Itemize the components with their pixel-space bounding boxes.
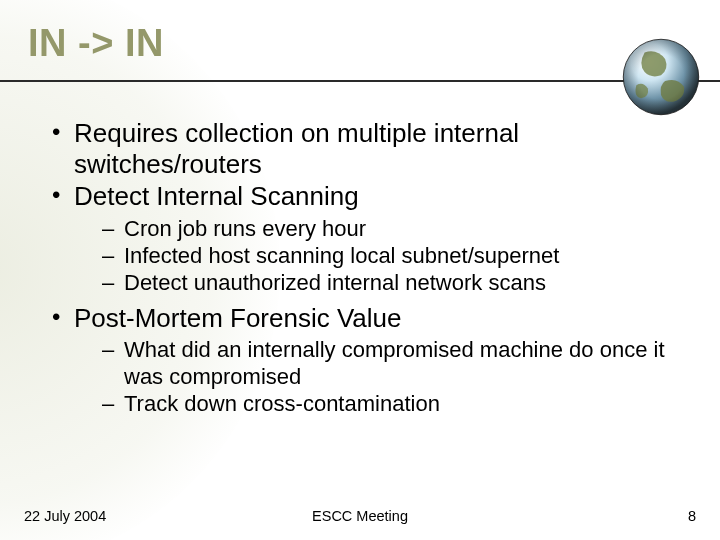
bullet-text: Post-Mortem Forensic Value <box>74 303 402 333</box>
sub-item: Cron job runs every hour <box>102 216 680 243</box>
bullet-item: Detect Internal Scanning Cron job runs e… <box>52 181 680 296</box>
bullet-item: Requires collection on multiple internal… <box>52 118 680 179</box>
bullet-list: Requires collection on multiple internal… <box>52 118 680 418</box>
footer-page: 8 <box>688 508 696 524</box>
bullet-item: Post-Mortem Forensic Value What did an i… <box>52 303 680 418</box>
sub-list: Cron job runs every hour Infected host s… <box>74 216 680 296</box>
globe-icon <box>620 36 702 118</box>
content-area: Requires collection on multiple internal… <box>0 84 720 418</box>
footer-center: ESCC Meeting <box>0 508 720 524</box>
slide: IN -> IN <box>0 0 720 540</box>
sub-item: Detect unauthorized internal network sca… <box>102 270 680 297</box>
title-row: IN -> IN <box>0 0 720 84</box>
sub-item: What did an internally compromised machi… <box>102 337 680 391</box>
sub-list: What did an internally compromised machi… <box>74 337 680 417</box>
sub-item: Track down cross-contamination <box>102 391 680 418</box>
slide-title: IN -> IN <box>28 22 720 65</box>
sub-item: Infected host scanning local subnet/supe… <box>102 243 680 270</box>
bullet-text: Detect Internal Scanning <box>74 181 359 211</box>
title-rule <box>0 80 720 82</box>
